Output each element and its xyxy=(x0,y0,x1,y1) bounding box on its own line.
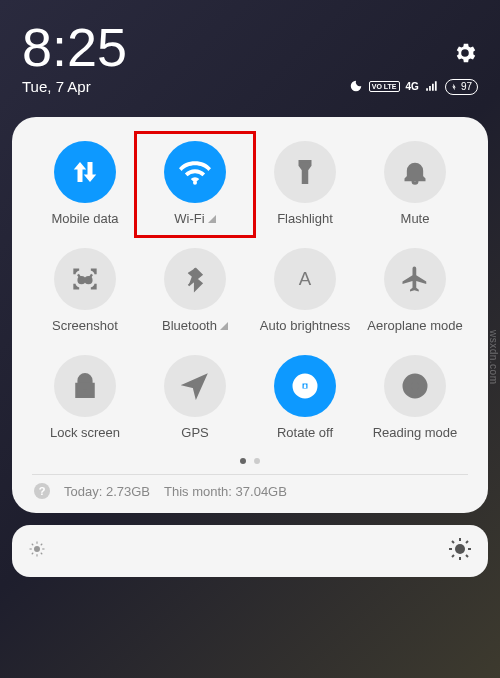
tile-flashlight[interactable]: Flashlight xyxy=(250,141,360,226)
dnd-moon-icon xyxy=(349,79,363,95)
brightness-slider[interactable] xyxy=(12,525,488,577)
tile-label: Screenshot xyxy=(52,318,118,333)
bluetooth-icon[interactable] xyxy=(164,248,226,310)
tile-label: Bluetooth xyxy=(162,318,228,333)
lock-icon[interactable] xyxy=(54,355,116,417)
svg-line-25 xyxy=(452,555,454,557)
tile-label: Lock screen xyxy=(50,425,120,440)
expand-caret-icon[interactable] xyxy=(220,318,228,333)
gps-icon[interactable] xyxy=(164,355,226,417)
tile-autobright[interactable]: AAuto brightness xyxy=(250,248,360,333)
tile-lock[interactable]: Lock screen xyxy=(30,355,140,440)
data-usage-row[interactable]: ? Today: 2.73GB This month: 37.04GB xyxy=(30,483,470,501)
tile-label: GPS xyxy=(181,425,208,440)
brightness-high-icon xyxy=(448,537,472,565)
flashlight-icon[interactable] xyxy=(274,141,336,203)
signal-bars-icon xyxy=(425,79,439,95)
volte-badge: VO LTE xyxy=(369,81,400,92)
svg-line-24 xyxy=(466,555,468,557)
svg-point-18 xyxy=(455,544,465,554)
airplane-icon[interactable] xyxy=(384,248,446,310)
status-indicators: VO LTE 4G 97 xyxy=(349,79,478,95)
svg-line-17 xyxy=(41,544,43,546)
watermark: wsxdn.com xyxy=(489,330,500,385)
screenshot-icon[interactable] xyxy=(54,248,116,310)
tile-label: Auto brightness xyxy=(260,318,350,333)
rotate-icon[interactable] xyxy=(274,355,336,417)
settings-button[interactable] xyxy=(452,40,478,70)
tile-reading[interactable]: Reading mode xyxy=(360,355,470,440)
svg-line-14 xyxy=(32,544,34,546)
tile-label: Mobile data xyxy=(51,211,118,226)
tile-label: Mute xyxy=(401,211,430,226)
tile-label: Reading mode xyxy=(373,425,458,440)
tile-label: Rotate off xyxy=(277,425,333,440)
page-dot-1[interactable] xyxy=(240,458,246,464)
battery-indicator: 97 xyxy=(445,79,478,95)
svg-point-8 xyxy=(411,382,419,390)
tile-rotate[interactable]: Rotate off xyxy=(250,355,360,440)
tile-label: Aeroplane mode xyxy=(367,318,462,333)
reading-icon[interactable] xyxy=(384,355,446,417)
svg-point-9 xyxy=(34,546,40,552)
tile-gps[interactable]: GPS xyxy=(140,355,250,440)
svg-point-0 xyxy=(304,173,307,176)
tile-screenshot[interactable]: Screenshot xyxy=(30,248,140,333)
network-4g: 4G xyxy=(406,81,419,92)
svg-line-23 xyxy=(452,541,454,543)
brightness-low-icon xyxy=(28,540,46,562)
divider xyxy=(32,474,468,475)
page-dot-2[interactable] xyxy=(254,458,260,464)
tutorial-highlight xyxy=(134,131,256,238)
status-time: 8:25 xyxy=(22,20,478,74)
autobright-icon[interactable]: A xyxy=(274,248,336,310)
tile-airplane[interactable]: Aeroplane mode xyxy=(360,248,470,333)
status-bar: 8:25 Tue, 7 Apr VO LTE 4G 97 xyxy=(0,0,500,103)
svg-point-4 xyxy=(83,389,86,392)
svg-line-15 xyxy=(41,553,43,555)
tile-bell[interactable]: Mute xyxy=(360,141,470,226)
status-date: Tue, 7 Apr xyxy=(22,78,91,95)
tile-bluetooth[interactable]: Bluetooth xyxy=(140,248,250,333)
svg-line-16 xyxy=(32,553,34,555)
tile-label: Flashlight xyxy=(277,211,333,226)
tile-data[interactable]: Mobile data xyxy=(30,141,140,226)
bell-icon[interactable] xyxy=(384,141,446,203)
info-icon: ? xyxy=(34,483,50,499)
svg-text:A: A xyxy=(299,268,312,289)
data-icon[interactable] xyxy=(54,141,116,203)
page-indicator xyxy=(30,458,470,464)
svg-line-26 xyxy=(466,541,468,543)
